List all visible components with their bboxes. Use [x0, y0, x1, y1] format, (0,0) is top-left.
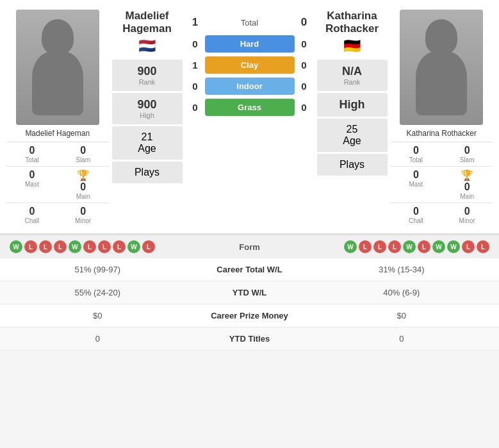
stats-left-1: 55% (24-20)	[10, 288, 186, 297]
form-badge: L	[373, 240, 386, 253]
total-label: Total	[241, 18, 258, 28]
player1-slam-cell: 0 Slam	[58, 142, 109, 166]
stats-center-0: Career Total W/L	[186, 265, 314, 274]
player1-mast-label: Mast	[8, 181, 56, 188]
player1-chall-cell: 0 Chall	[6, 203, 58, 227]
player1-slam-value: 0	[59, 145, 108, 156]
player1-form-badges: WLLLWLLLWL	[10, 240, 155, 253]
player2-mast-label: Mast	[392, 181, 441, 188]
player2-rank-box: N/A Rank	[317, 60, 388, 91]
form-badge: L	[54, 240, 67, 253]
player2-minor-value: 0	[443, 206, 491, 217]
indoor-score-right: 0	[298, 81, 311, 92]
stats-right-1: 40% (6-9)	[314, 288, 490, 297]
player1-rank-label: Rank	[115, 78, 179, 86]
form-badge: L	[83, 240, 96, 253]
player2-plays-label: Plays	[320, 159, 384, 170]
form-badge: W	[344, 240, 357, 253]
hard-score-left: 0	[189, 38, 202, 49]
stats-center-3: YTD Titles	[186, 334, 314, 344]
player2-age-value: 25	[320, 124, 384, 135]
grass-badge: Grass	[205, 99, 295, 116]
grass-score-right: 0	[298, 102, 311, 113]
player2-flag: 🇩🇪	[343, 38, 361, 54]
player1-name: Madelief Hageman	[25, 129, 90, 138]
player1-rank-value: 900	[115, 65, 179, 78]
player2-chall-cell: 0 Chall	[391, 203, 442, 227]
player1-age-value: 21	[115, 131, 179, 143]
player2-slam-label: Slam	[443, 156, 491, 163]
form-section: WLLLWLLLWL Form WLLLWLWWLL	[0, 235, 499, 258]
player1-mast-value: 0	[8, 169, 56, 181]
hard-badge: Hard	[205, 35, 295, 53]
clay-score-right: 0	[298, 60, 311, 71]
form-badge: W	[403, 240, 416, 253]
player1-mast-cell: 0 Mast	[6, 166, 58, 203]
clay-score-left: 1	[189, 60, 202, 71]
main-container: Madelief Hageman 0 Total 0 Slam 0 Mast 🏆…	[0, 0, 499, 351]
clay-badge: Clay	[205, 56, 295, 74]
player2-mast-cell: 0 Mast	[391, 166, 442, 203]
player1-plays-label: Plays	[115, 167, 179, 178]
player2-total-cell: 0 Total	[391, 142, 442, 166]
form-badge: W	[10, 240, 22, 253]
stats-row: 55% (24-20) YTD W/L 40% (6-9)	[0, 281, 499, 304]
total-score-right: 0	[298, 16, 311, 29]
total-score-left: 1	[189, 16, 202, 29]
stats-center-1: YTD W/L	[186, 288, 314, 297]
player2-silhouette	[400, 10, 483, 125]
player2-slam-value: 0	[443, 145, 491, 156]
player2-stats-grid: 0 Total 0 Slam 0 Mast 🏆 0 Main 0	[391, 142, 493, 227]
player2-minor-cell: 0 Minor	[441, 203, 493, 227]
form-badge: L	[142, 240, 155, 253]
player1-total-value: 0	[8, 145, 56, 156]
player1-high-box: 900 High	[112, 93, 183, 124]
player2-total-value: 0	[392, 145, 441, 156]
player2-high-box: High	[317, 93, 388, 117]
stats-center-2: Career Prize Money	[186, 311, 314, 320]
player1-avatar	[16, 10, 99, 125]
player1-name-center: MadeliefHageman	[122, 10, 172, 35]
form-badge: L	[359, 240, 372, 253]
player1-chall-value: 0	[8, 206, 56, 217]
grass-row: 0 Grass 0	[186, 99, 314, 116]
player1-main-cell: 🏆 0 Main	[58, 166, 109, 203]
stats-table: 51% (99-97) Career Total W/L 31% (15-34)…	[0, 258, 499, 351]
player1-main-value: 0	[59, 181, 108, 193]
total-row: 1 Total 0	[186, 16, 314, 29]
player1-center-panel: MadeliefHageman 🇳🇱 900 Rank 900 High 21 …	[109, 10, 186, 183]
stats-row: $0 Career Prize Money $0	[0, 304, 499, 328]
player2-chall-label: Chall	[392, 217, 441, 224]
stats-row: 0 YTD Titles 0	[0, 328, 499, 351]
player2-center-panel: KatharinaRothacker 🇩🇪 N/A Rank High 25 A…	[314, 10, 391, 176]
player1-main-label: Main	[59, 193, 108, 200]
player1-high-label: High	[115, 112, 179, 119]
player2-avatar	[400, 10, 483, 125]
player2-age-box: 25 Age	[317, 119, 388, 152]
player2-main-label: Main	[443, 193, 491, 200]
player2-total-label: Total	[392, 156, 441, 163]
player2-mast-value: 0	[392, 169, 441, 181]
player1-age-label: Age	[115, 143, 179, 154]
player1-flag: 🇳🇱	[138, 38, 156, 54]
form-label: Form	[239, 242, 260, 252]
player2-main-cell: 🏆 0 Main	[441, 166, 493, 203]
form-badge: W	[432, 240, 445, 253]
stats-row: 51% (99-97) Career Total W/L 31% (15-34)	[0, 258, 499, 281]
player1-high-value: 900	[115, 98, 179, 112]
player1-age-box: 21 Age	[112, 126, 183, 160]
player2-name-center: KatharinaRothacker	[325, 10, 379, 35]
hard-score-right: 0	[298, 38, 311, 49]
form-badge: L	[113, 240, 126, 253]
player1-minor-value: 0	[59, 206, 108, 217]
player1-rank-box: 900 Rank	[112, 60, 183, 91]
player1-total-label: Total	[8, 156, 56, 163]
form-badge: L	[98, 240, 111, 253]
player1-stats-grid: 0 Total 0 Slam 0 Mast 🏆 0 Main 0	[6, 142, 109, 227]
form-badge: L	[388, 240, 401, 253]
stats-left-0: 51% (99-97)	[10, 265, 186, 274]
player2-slam-cell: 0 Slam	[441, 142, 493, 166]
player2-name: Katharina Rothacker	[407, 129, 477, 138]
form-badge: W	[69, 240, 81, 253]
player1-minor-cell: 0 Minor	[58, 203, 109, 227]
